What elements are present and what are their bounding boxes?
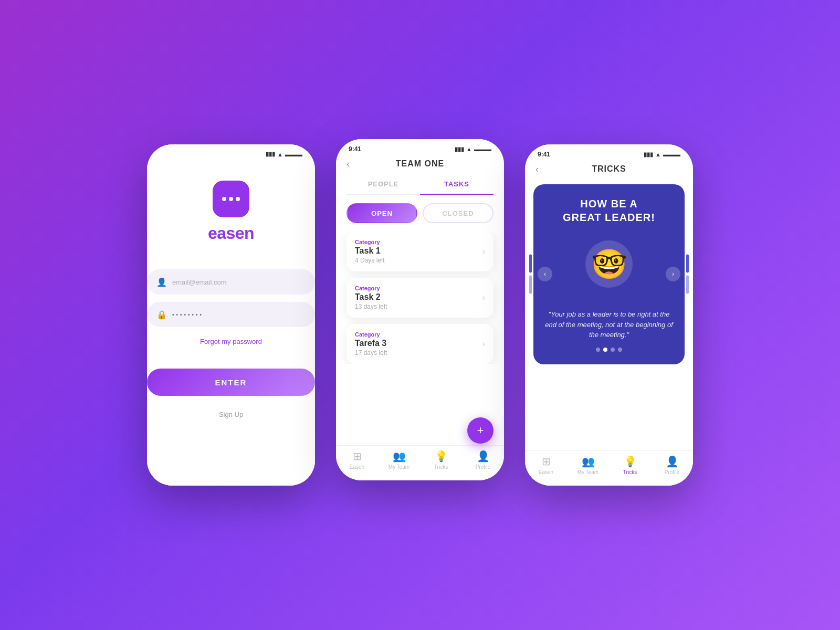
- nav-easen-tricks-label: Easen: [539, 469, 553, 475]
- task-category-3: Category: [355, 331, 387, 338]
- task-arrow-3: ›: [482, 339, 485, 349]
- back-button-tricks[interactable]: ‹: [536, 164, 539, 175]
- task-card-2[interactable]: Category Task 2 13 days left ›: [346, 278, 494, 318]
- logo-dot-1: [222, 197, 226, 201]
- signup-link[interactable]: Sign Up: [147, 411, 315, 418]
- nav-easen-tricks[interactable]: ⊞ Easen: [525, 455, 567, 475]
- bottom-nav-team: ⊞ Easen 👥 My Team 💡 Tricks 👤 Profile: [336, 445, 504, 480]
- task-card-1[interactable]: Category Task 1 4 Days left ›: [346, 232, 494, 271]
- password-dots: ••••••••: [172, 312, 204, 318]
- nav-easen-team[interactable]: ⊞ Easen: [336, 450, 378, 470]
- logo-dot-2: [229, 197, 233, 201]
- user-icon: 👤: [156, 277, 167, 287]
- tabs-bar: PEOPLE TASKS: [346, 174, 494, 195]
- tricks-active-icon: 💡: [624, 455, 637, 468]
- task-days-1: 4 Days left: [355, 257, 385, 264]
- notch-tricks: [578, 144, 640, 159]
- forgot-password-link[interactable]: Forgot my password: [147, 338, 315, 345]
- status-time-tricks: 9:41: [538, 151, 550, 158]
- nav-myteam-tricks-label: My Team: [578, 469, 598, 475]
- task-days-2: 13 days left: [355, 303, 387, 310]
- side-indicator-1: [529, 255, 532, 273]
- profile-icon-tricks: 👤: [666, 455, 679, 468]
- side-indicator-3: [686, 255, 689, 273]
- nav-profile-team[interactable]: 👤 Profile: [462, 450, 504, 470]
- email-field[interactable]: 👤 email@email.com: [147, 269, 315, 295]
- nav-tricks-active[interactable]: 💡 Tricks: [609, 455, 651, 475]
- prev-arrow[interactable]: ‹: [538, 267, 552, 281]
- leader-mascot: 🤓: [583, 233, 635, 296]
- task-arrow-1: ›: [482, 247, 485, 256]
- task-card-3[interactable]: Category Tarefa 3 17 days left ›: [346, 324, 494, 364]
- nav-profile-tricks-label: Profile: [665, 469, 679, 475]
- nav-tricks-team[interactable]: 💡 Tricks: [420, 450, 462, 470]
- tricks-card-title: HOW BE AGREAT LEADER!: [563, 197, 655, 224]
- fab-add-button[interactable]: +: [467, 417, 494, 444]
- home-icon: ⊞: [353, 450, 362, 463]
- login-form: 👤 email@email.com 🔒 •••••••• Forgot my p…: [147, 269, 315, 418]
- tricks-title: TRICKS: [592, 164, 626, 174]
- nav-tricks-label: Tricks: [434, 464, 448, 470]
- nav-myteam-tricks[interactable]: 👥 My Team: [567, 455, 609, 475]
- nav-tricks-active-label: Tricks: [623, 469, 637, 475]
- next-arrow[interactable]: ›: [666, 267, 680, 281]
- tab-people[interactable]: PEOPLE: [346, 174, 420, 194]
- logo-dot-3: [236, 197, 240, 201]
- nav-myteam-label: My Team: [388, 464, 410, 470]
- nav-easen-label: Easen: [350, 464, 364, 470]
- notch: [200, 144, 262, 159]
- app-name: easen: [208, 224, 254, 243]
- team-icon: 👥: [393, 450, 406, 463]
- carousel-dots: [596, 348, 622, 352]
- notch-team: [388, 139, 452, 154]
- tab-tasks[interactable]: TASKS: [420, 174, 494, 194]
- dot-3: [611, 348, 615, 352]
- open-toggle[interactable]: OPEN: [346, 203, 417, 223]
- status-time-team: 9:41: [349, 145, 361, 153]
- password-field[interactable]: 🔒 ••••••••: [147, 302, 315, 327]
- task-info-3: Category Tarefa 3 17 days left: [355, 331, 387, 356]
- status-icons: ▮▮▮ ▲ ▬▬▬: [266, 151, 302, 158]
- team-screen: ‹ TEAM ONE PEOPLE TASKS OPEN CLOSED: [336, 155, 504, 364]
- bottom-nav-tricks: ⊞ Easen 👥 My Team 💡 Tricks 👤 Profile: [525, 450, 693, 486]
- logo-dots: [222, 197, 240, 201]
- back-button[interactable]: ‹: [346, 159, 350, 170]
- profile-icon: 👤: [477, 450, 490, 463]
- toggle-group: OPEN CLOSED: [346, 203, 494, 223]
- side-indicator-2: [529, 276, 532, 294]
- tricks-card: HOW BE AGREAT LEADER! 🤓 ‹ › "Your job as…: [533, 184, 685, 364]
- phone-tricks: 9:41 ▮▮▮ ▲ ▬▬▬ ‹ TRICKS: [525, 144, 693, 486]
- tricks-screen: ‹ TRICKS HOW BE AGREAT LEADER!: [525, 160, 693, 475]
- dot-4: [618, 348, 622, 352]
- side-indicator-4: [686, 276, 689, 294]
- tricks-icon: 💡: [435, 450, 448, 463]
- add-icon: +: [477, 424, 484, 437]
- team-title: TEAM ONE: [396, 159, 444, 169]
- closed-toggle[interactable]: CLOSED: [423, 203, 494, 223]
- task-arrow-2: ›: [482, 293, 485, 302]
- login-screen: easen 👤 email@email.com 🔒 •••••••• Forgo…: [147, 181, 315, 418]
- logo-icon: [213, 181, 249, 217]
- nav-myteam-team[interactable]: 👥 My Team: [378, 450, 420, 470]
- nav-profile-tricks[interactable]: 👤 Profile: [651, 455, 693, 475]
- nav-profile-label: Profile: [476, 464, 490, 470]
- status-icons-tricks: ▮▮▮ ▲ ▬▬▬: [644, 151, 680, 158]
- dot-2: [603, 348, 607, 352]
- home-icon-tricks: ⊞: [542, 455, 551, 468]
- tasks-list: Category Task 1 4 Days left › Category T…: [336, 232, 504, 364]
- phone-team: 9:41 ▮▮▮ ▲ ▬▬▬ ‹ TEAM ONE PEOPLE: [336, 139, 504, 480]
- task-category-1: Category: [355, 239, 385, 245]
- task-name-1: Task 1: [355, 246, 385, 256]
- email-placeholder: email@email.com: [172, 278, 227, 286]
- task-name-2: Task 2: [355, 292, 387, 302]
- phone-login: ▮▮▮ ▲ ▬▬▬ easen: [147, 144, 315, 486]
- app-logo: easen: [147, 181, 315, 243]
- task-info-2: Category Task 2 13 days left: [355, 285, 387, 310]
- enter-button[interactable]: ENTER: [147, 369, 315, 396]
- lock-icon: 🔒: [156, 310, 167, 320]
- task-name-3: Tarefa 3: [355, 339, 387, 348]
- task-category-2: Category: [355, 285, 387, 291]
- team-header: ‹ TEAM ONE: [336, 155, 504, 174]
- task-info-1: Category Task 1 4 Days left: [355, 239, 385, 264]
- tricks-quote: "Your job as a leader is to be right at …: [544, 309, 674, 340]
